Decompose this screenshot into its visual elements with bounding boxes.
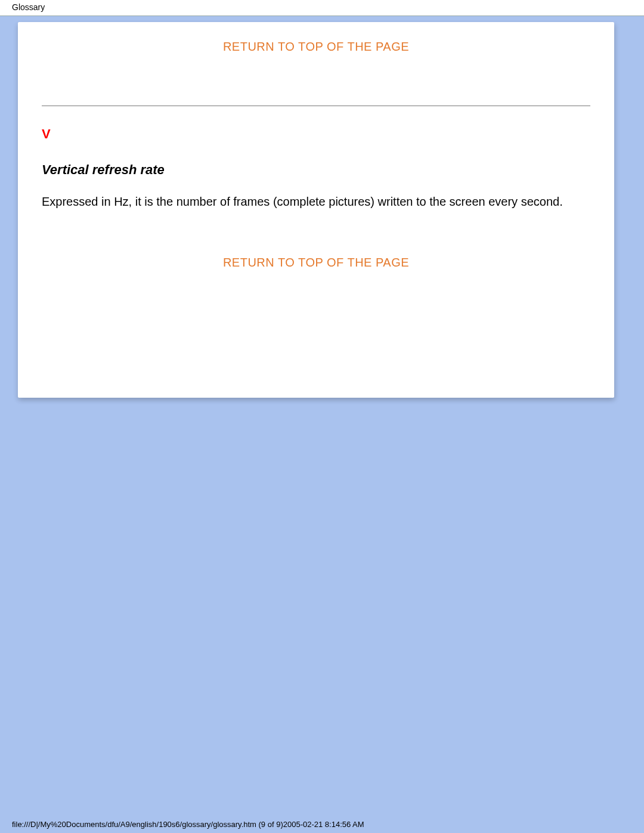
page-background: RETURN TO TOP OF THE PAGE V Vertical ref… xyxy=(0,16,644,833)
return-to-top-link-upper[interactable]: RETURN TO TOP OF THE PAGE xyxy=(42,40,590,54)
window-header: Glossary xyxy=(0,0,644,16)
status-bar-text: file:///D|/My%20Documents/dfu/A9/english… xyxy=(12,820,364,829)
glossary-term-definition: Expressed in Hz, it is the number of fra… xyxy=(42,194,590,210)
glossary-section-letter: V xyxy=(42,126,51,142)
return-to-top-link-lower[interactable]: RETURN TO TOP OF THE PAGE xyxy=(42,256,590,270)
page-title: Glossary xyxy=(0,0,45,12)
section-divider xyxy=(42,106,590,106)
document-content: RETURN TO TOP OF THE PAGE V Vertical ref… xyxy=(42,22,590,398)
glossary-term-title: Vertical refresh rate xyxy=(42,162,165,178)
document-page: RETURN TO TOP OF THE PAGE V Vertical ref… xyxy=(18,22,614,398)
